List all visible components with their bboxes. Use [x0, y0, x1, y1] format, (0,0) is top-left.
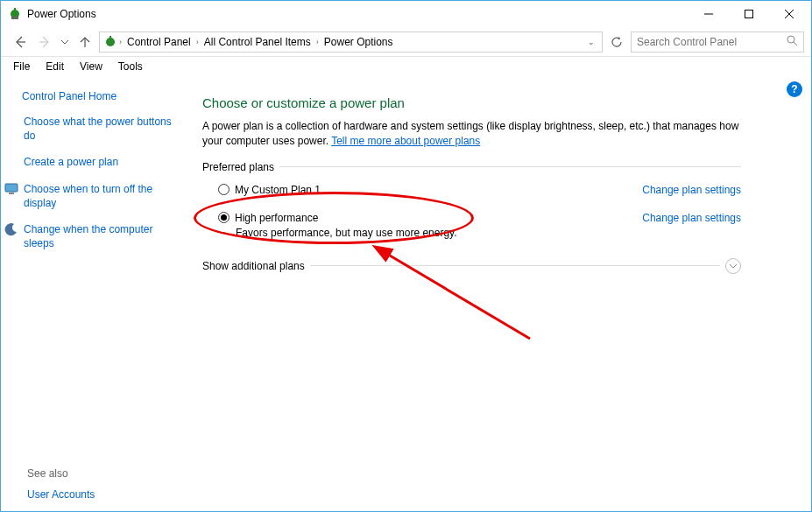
refresh-button[interactable] [606, 32, 627, 53]
up-button[interactable] [74, 32, 95, 53]
radio-button[interactable] [218, 184, 229, 195]
see-also-label: See also [27, 467, 95, 480]
preferred-plans-section: Preferred plans [202, 161, 741, 173]
back-button[interactable] [10, 32, 31, 53]
path-icon [103, 35, 117, 49]
breadcrumb-bar[interactable]: › Control Panel › All Control Panel Item… [99, 32, 603, 53]
breadcrumb-item[interactable]: All Control Panel Items [201, 36, 314, 48]
task-power-buttons[interactable]: Choose what the power buttons do [22, 115, 178, 143]
menu-edit[interactable]: Edit [39, 59, 71, 74]
search-input[interactable] [637, 36, 798, 48]
page-heading: Choose or customize a power plan [202, 95, 741, 110]
svg-rect-14 [5, 184, 18, 192]
radio-button[interactable] [218, 212, 229, 223]
show-additional-plans[interactable]: Show additional plans [202, 258, 741, 274]
svg-rect-15 [9, 193, 14, 194]
chevron-right-icon: › [196, 38, 199, 46]
plan-item: My Custom Plan 1 Change plan settings [202, 182, 741, 198]
svg-line-13 [794, 42, 797, 46]
task-label: Create a power plan [24, 155, 118, 169]
plan-description: Favors performance, but may use more ene… [236, 227, 741, 239]
learn-more-link[interactable]: Tell me more about power plans [331, 135, 480, 147]
task-label: Choose when to turn off the display [24, 182, 178, 210]
task-label: Choose what the power buttons do [24, 115, 178, 143]
change-plan-settings-link[interactable]: Change plan settings [642, 212, 741, 224]
titlebar: Power Options [1, 1, 811, 27]
svg-point-12 [787, 36, 794, 43]
svg-rect-1 [14, 8, 16, 12]
divider [310, 265, 720, 266]
menu-view[interactable]: View [73, 59, 109, 74]
show-additional-label: Show additional plans [202, 260, 305, 272]
user-accounts-link[interactable]: User Accounts [27, 488, 95, 501]
change-plan-settings-link[interactable]: Change plan settings [642, 184, 741, 196]
monitor-icon [4, 182, 18, 196]
plan-name[interactable]: My Custom Plan 1 [235, 184, 321, 196]
moon-icon [4, 222, 18, 236]
menu-file[interactable]: File [6, 59, 37, 74]
breadcrumb-item[interactable]: Power Options [321, 36, 397, 48]
window-title: Power Options [27, 8, 96, 20]
content-area: ? Control Panel Home Choose what the pow… [1, 76, 811, 511]
menu-bar: File Edit View Tools [1, 57, 811, 76]
main-panel: Choose or customize a power plan A power… [188, 76, 811, 511]
expand-icon[interactable] [725, 258, 741, 274]
svg-rect-11 [109, 36, 111, 40]
section-title: Preferred plans [202, 161, 274, 173]
task-label: Change when the computer sleeps [24, 222, 178, 250]
close-button[interactable] [769, 1, 809, 27]
divider [279, 166, 741, 167]
minimize-button[interactable] [688, 1, 729, 27]
forward-button[interactable] [34, 32, 55, 53]
chevron-right-icon: › [119, 38, 122, 46]
task-create-plan[interactable]: Create a power plan [22, 155, 178, 169]
task-turn-off-display[interactable]: Choose when to turn off the display [22, 182, 178, 210]
search-box[interactable] [631, 32, 804, 53]
address-bar: › Control Panel › All Control Panel Item… [1, 27, 811, 57]
control-panel-home-link[interactable]: Control Panel Home [22, 90, 178, 102]
sidebar: Control Panel Home Choose what the power… [1, 76, 188, 511]
chevron-down-icon[interactable]: ⌄ [588, 38, 595, 46]
maximize-button[interactable] [729, 1, 769, 27]
svg-rect-2 [11, 17, 18, 19]
menu-tools[interactable]: Tools [111, 59, 150, 74]
svg-rect-4 [745, 11, 753, 18]
plan-item: High performance Favors performance, but… [202, 210, 741, 241]
recent-dropdown[interactable] [59, 32, 71, 53]
chevron-right-icon: › [316, 38, 319, 46]
breadcrumb-item[interactable]: Control Panel [124, 36, 194, 48]
search-icon [787, 35, 798, 49]
app-icon [8, 7, 22, 21]
page-description: A power plan is a collection of hardware… [202, 119, 741, 149]
plan-name[interactable]: High performance [235, 212, 318, 224]
task-sleep[interactable]: Change when the computer sleeps [22, 222, 178, 250]
